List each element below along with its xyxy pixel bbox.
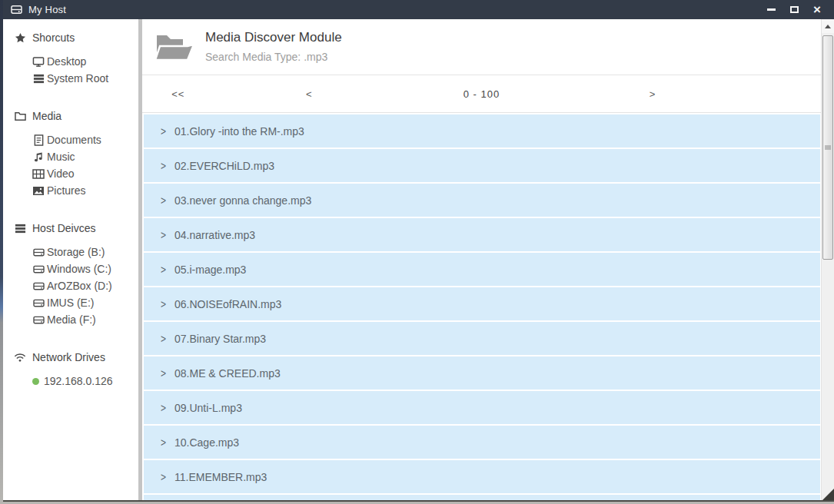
- sidebar-section-media: Media Documents Music: [14, 108, 138, 199]
- section-label: Network Drives: [32, 351, 105, 363]
- sidebar-item-windows-c[interactable]: Windows (C:): [32, 260, 138, 277]
- sidebar-item-label: Video: [47, 167, 75, 180]
- film-icon: [32, 169, 45, 179]
- file-name: 03.never gonna change.mp3: [174, 194, 311, 207]
- sidebar: Shorcuts Desktop System Root: [3, 19, 138, 500]
- window-title: My Host: [28, 4, 66, 15]
- sidebar-section-host-devices: Host Deivces Storage (B:) Windows (C:): [14, 220, 138, 328]
- sidebar-item-label: Documents: [47, 134, 101, 146]
- file-list-item[interactable]: > 04.narrative.mp3: [144, 218, 820, 251]
- file-list-item[interactable]: > 06.NOISEofRAIN.mp3: [144, 287, 820, 320]
- sidebar-header-shortcuts: Shorcuts: [14, 30, 138, 45]
- file-list-item[interactable]: > 08.ME & CREED.mp3: [144, 356, 820, 390]
- module-subtitle: Search Media Type: .mp3: [205, 51, 327, 63]
- drive-icon: [32, 281, 45, 291]
- music-note-icon: [32, 151, 45, 163]
- sidebar-item-music[interactable]: Music: [32, 148, 138, 165]
- vertical-scrollbar[interactable]: [821, 19, 834, 500]
- sidebar-item-storage-b[interactable]: Storage (B:): [32, 244, 138, 260]
- file-name: 01.Glory -into the RM-.mp3: [174, 125, 304, 138]
- file-name: 09.Unti-L.mp3: [174, 402, 242, 414]
- sidebar-item-pictures[interactable]: Pictures: [32, 182, 138, 199]
- my-host-window: My Host × Shorcuts: [3, 0, 834, 502]
- open-folder-icon: [152, 31, 192, 65]
- scrollbar-grip-icon: [825, 145, 831, 151]
- picture-icon: [32, 186, 45, 196]
- window-controls: ×: [765, 0, 823, 19]
- star-icon: [14, 32, 26, 44]
- drive-icon: [32, 298, 45, 308]
- sidebar-item-documents[interactable]: Documents: [32, 131, 138, 148]
- sidebar-header-network-drives: Network Drives: [14, 350, 138, 365]
- file-list-item[interactable]: > 10.Cage.mp3: [144, 426, 820, 459]
- chevron-right-icon: >: [161, 263, 166, 275]
- file-name: 07.Binary Star.mp3: [174, 333, 266, 345]
- sidebar-item-label: Pictures: [47, 184, 86, 197]
- chevron-right-icon: >: [161, 228, 166, 240]
- folder-icon: [14, 111, 26, 121]
- sidebar-item-label: Windows (C:): [47, 263, 111, 275]
- chevron-right-icon: >: [161, 366, 166, 379]
- monitor-icon: [32, 56, 45, 68]
- module-header: Media Discover Module Search Media Type:…: [142, 19, 821, 75]
- scrollbar-thumb[interactable]: [822, 35, 833, 260]
- file-list-item[interactable]: > 01.Glory -into the RM-.mp3: [144, 114, 820, 148]
- main-panel: Media Discover Module Search Media Type:…: [142, 19, 821, 500]
- section-label: Shorcuts: [32, 32, 75, 44]
- maximize-icon: [790, 6, 799, 13]
- previous-page-button[interactable]: <: [306, 88, 313, 100]
- sidebar-item-imus-e[interactable]: IMUS (E:): [32, 294, 138, 311]
- sidebar-item-video[interactable]: Video: [32, 165, 138, 182]
- drive-icon: [32, 247, 45, 257]
- sidebar-item-label: IMUS (E:): [47, 297, 94, 309]
- minimize-button[interactable]: [765, 4, 777, 16]
- drive-icon: [32, 264, 45, 274]
- chevron-right-icon: >: [161, 124, 166, 137]
- sidebar-item-network-192-168-0-126[interactable]: 192.168.0.126: [32, 373, 138, 390]
- next-page-button[interactable]: >: [650, 88, 656, 100]
- file-name: 10.Cage.mp3: [174, 436, 239, 449]
- file-list-item[interactable]: > 02.EVERCHiLD.mp3: [144, 149, 820, 182]
- module-title: Media Discover Module: [205, 30, 342, 45]
- sidebar-item-label: ArOZBox (D:): [47, 280, 112, 292]
- title-bar[interactable]: My Host ×: [3, 0, 834, 19]
- chevron-right-icon: >: [161, 297, 166, 310]
- first-page-button[interactable]: <<: [171, 88, 184, 100]
- sidebar-section-network-drives: Network Drives 192.168.0.126: [14, 350, 138, 390]
- server-stack-icon: [32, 73, 45, 85]
- close-button[interactable]: ×: [811, 4, 823, 16]
- file-list-item[interactable]: > 11.EMEMBER.mp3: [144, 460, 820, 493]
- sidebar-header-media: Media: [14, 108, 138, 124]
- online-status-dot: [32, 378, 39, 385]
- file-list-item[interactable]: > 09.Unti-L.mp3: [144, 391, 820, 424]
- window-body: Shorcuts Desktop System Root: [3, 19, 834, 500]
- file-list-item[interactable]: > 05.i-mage.mp3: [144, 253, 820, 286]
- chevron-right-icon: >: [161, 401, 166, 413]
- chevron-right-icon: >: [161, 470, 166, 482]
- file-list-item[interactable]: > 07.Binary Star.mp3: [144, 322, 820, 355]
- wifi-icon: [14, 353, 26, 363]
- sidebar-item-label: 192.168.0.126: [44, 375, 113, 387]
- window-resize-grip[interactable]: [822, 489, 834, 500]
- file-name: 04.narrative.mp3: [174, 229, 255, 241]
- section-label: Media: [32, 110, 61, 122]
- sidebar-item-arozbox-d[interactable]: ArOZBox (D:): [32, 277, 138, 294]
- section-label: Host Deivces: [32, 222, 95, 234]
- sidebar-item-label: Desktop: [47, 55, 86, 68]
- file-list-item[interactable]: > 03.never gonna change.mp3: [144, 184, 820, 217]
- sidebar-section-shortcuts: Shorcuts Desktop System Root: [14, 30, 138, 87]
- file-name: 02.EVERCHiLD.mp3: [174, 160, 274, 172]
- sidebar-item-system-root[interactable]: System Root: [32, 70, 138, 87]
- sidebar-item-label: Music: [47, 151, 75, 163]
- chevron-right-icon: >: [161, 436, 166, 448]
- file-name: 05.i-mage.mp3: [174, 264, 246, 276]
- sidebar-item-desktop[interactable]: Desktop: [32, 53, 138, 70]
- file-name: 06.NOISEofRAIN.mp3: [174, 298, 281, 310]
- close-icon: ×: [813, 4, 821, 16]
- sidebar-item-label: Storage (B:): [47, 246, 105, 258]
- sidebar-item-label: System Root: [47, 72, 108, 85]
- sidebar-item-media-f[interactable]: Media (F:): [32, 311, 138, 328]
- maximize-button[interactable]: [788, 4, 800, 16]
- scroll-up-button[interactable]: [822, 20, 834, 33]
- document-icon: [32, 134, 45, 146]
